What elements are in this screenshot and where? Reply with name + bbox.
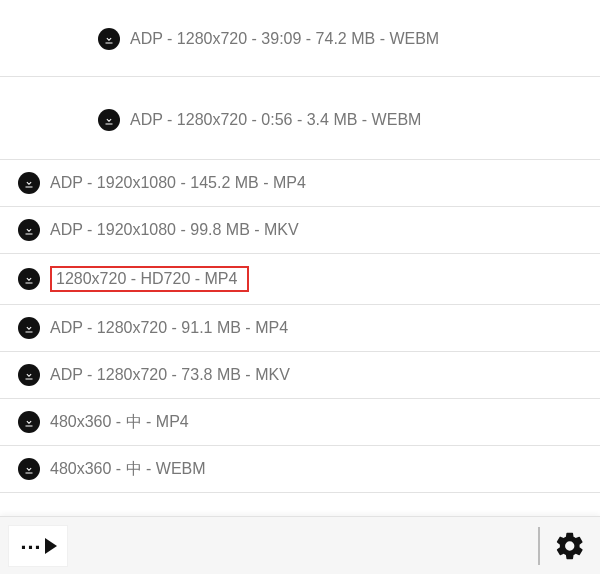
download-option-label: ADP - 1920x1080 - 145.2 MB - MP4 — [50, 174, 306, 192]
download-option[interactable]: ADP - 1280x720 - 39:09 - 74.2 MB - WEBM — [0, 0, 600, 77]
download-option-label: ADP - 1280x720 - 39:09 - 74.2 MB - WEBM — [130, 30, 439, 48]
download-option[interactable]: 1280x720 - HD720 - MP4 — [0, 254, 600, 305]
download-option[interactable]: ADP - 1280x720 - 0:56 - 3.4 MB - WEBM — [0, 77, 600, 160]
highlighted-option: 1280x720 - HD720 - MP4 — [50, 266, 249, 292]
download-option[interactable]: 480x360 - 中 - MP4 — [0, 399, 600, 446]
gear-icon — [554, 530, 586, 562]
toolbar-right-group — [538, 527, 600, 565]
download-icon — [18, 458, 40, 480]
download-icon — [18, 172, 40, 194]
download-icon — [18, 317, 40, 339]
download-option[interactable]: ADP - 1280x720 - 91.1 MB - MP4 — [0, 305, 600, 352]
download-icon — [18, 268, 40, 290]
download-option-label: ADP - 1280x720 - 73.8 MB - MKV — [50, 366, 290, 384]
download-option-label: ADP - 1280x720 - 91.1 MB - MP4 — [50, 319, 288, 337]
divider — [538, 527, 540, 565]
download-option-label: 480x360 - 中 - MP4 — [50, 412, 189, 433]
download-icon — [98, 109, 120, 131]
play-icon — [45, 538, 57, 554]
download-icon — [18, 364, 40, 386]
download-format-list: ADP - 1280x720 - 39:09 - 74.2 MB - WEBMA… — [0, 0, 600, 493]
download-option[interactable]: 480x360 - 中 - WEBM — [0, 446, 600, 493]
download-icon — [18, 411, 40, 433]
download-option-label: ADP - 1280x720 - 0:56 - 3.4 MB - WEBM — [130, 111, 421, 129]
more-menu-button[interactable]: … — [8, 525, 68, 567]
bottom-toolbar: … — [0, 516, 600, 574]
download-option[interactable]: ADP - 1280x720 - 73.8 MB - MKV — [0, 352, 600, 399]
download-icon — [18, 219, 40, 241]
download-option-label: 1280x720 - HD720 - MP4 — [56, 270, 237, 287]
download-option[interactable]: ADP - 1920x1080 - 99.8 MB - MKV — [0, 207, 600, 254]
settings-button[interactable] — [554, 530, 586, 562]
download-option[interactable]: ADP - 1920x1080 - 145.2 MB - MP4 — [0, 160, 600, 207]
download-option-label: 480x360 - 中 - WEBM — [50, 459, 206, 480]
download-icon — [98, 28, 120, 50]
download-option-label: ADP - 1920x1080 - 99.8 MB - MKV — [50, 221, 299, 239]
